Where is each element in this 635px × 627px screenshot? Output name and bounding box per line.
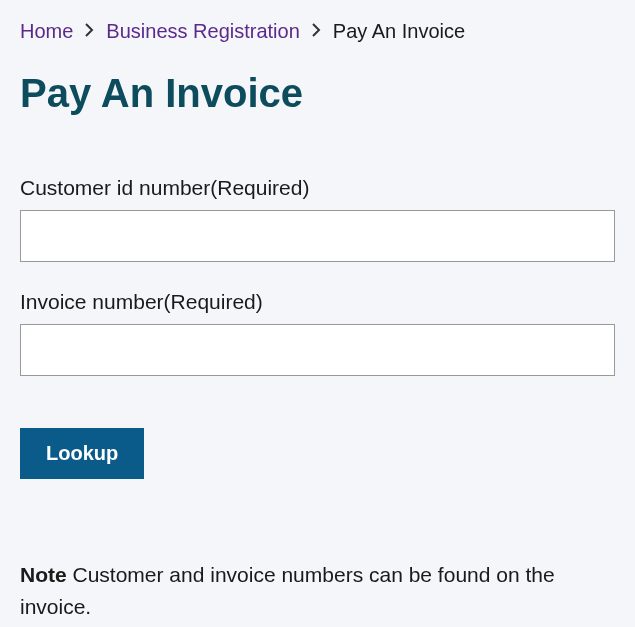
breadcrumb-business-registration-link[interactable]: Business Registration [106,20,299,43]
note-body: Customer and invoice numbers can be foun… [20,563,555,618]
chevron-right-icon [85,23,94,41]
chevron-right-icon [312,23,321,41]
page-title: Pay An Invoice [20,71,615,116]
customer-id-label: Customer id number(Required) [20,176,615,200]
lookup-button[interactable]: Lookup [20,428,144,479]
breadcrumb: Home Business Registration Pay An Invoic… [20,20,615,43]
breadcrumb-current: Pay An Invoice [333,20,465,43]
note-text: Note Customer and invoice numbers can be… [20,559,615,622]
customer-id-input[interactable] [20,210,615,262]
customer-id-field: Customer id number(Required) [20,176,615,262]
invoice-number-label: Invoice number(Required) [20,290,615,314]
invoice-number-input[interactable] [20,324,615,376]
invoice-number-field: Invoice number(Required) [20,290,615,376]
breadcrumb-home-link[interactable]: Home [20,20,73,43]
note-label: Note [20,563,67,586]
